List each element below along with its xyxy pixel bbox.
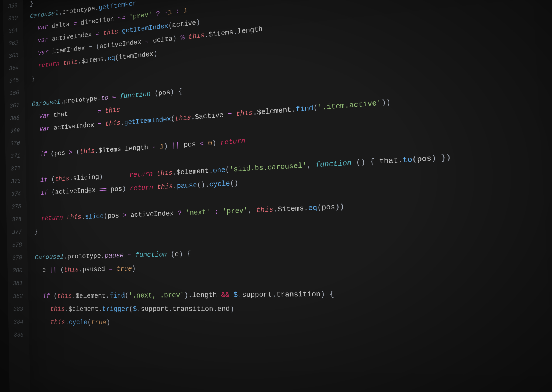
token — [29, 305, 50, 313]
token: : — [172, 7, 184, 16]
token: $element — [257, 106, 292, 117]
token — [28, 266, 42, 274]
token — [25, 101, 32, 109]
token: ) { — [170, 87, 182, 96]
token — [29, 318, 51, 326]
token: . — [118, 27, 122, 36]
token: this — [103, 28, 118, 37]
token — [24, 75, 32, 84]
token: (). — [197, 180, 209, 189]
token — [24, 50, 38, 59]
token: > — [69, 148, 76, 157]
line-number: 364 — [4, 61, 24, 76]
token: , — [306, 161, 316, 170]
token — [26, 176, 40, 185]
line-number: 378 — [7, 238, 27, 252]
token: && — [221, 291, 230, 299]
token: . — [205, 31, 209, 39]
token: = — [97, 107, 105, 116]
token: this — [157, 182, 173, 191]
line-number: 377 — [7, 226, 27, 239]
token: . — [106, 292, 110, 300]
token: . — [172, 169, 177, 177]
token: ( — [168, 22, 172, 30]
token — [153, 170, 157, 178]
token: ) — [132, 265, 136, 273]
token — [26, 189, 41, 197]
token: to — [402, 155, 412, 164]
token: sliding — [73, 173, 99, 182]
token — [184, 33, 189, 41]
token: , — [247, 206, 256, 215]
token: eq — [308, 204, 317, 212]
line-number: 369 — [5, 124, 25, 138]
token: pause — [105, 251, 124, 260]
token: function — [135, 250, 167, 259]
token: ( — [171, 115, 175, 123]
token: if — [41, 189, 48, 197]
token: . — [58, 9, 62, 17]
token: prototype — [67, 252, 101, 261]
token: = — [124, 251, 136, 260]
token: slide — [85, 212, 104, 221]
token: ( — [60, 266, 64, 274]
token: ) { — [179, 250, 191, 258]
token: ( — [125, 292, 129, 300]
token: $element — [68, 305, 99, 313]
token: direction — [81, 15, 118, 27]
token: pos — [54, 149, 69, 158]
token: ) — [212, 139, 220, 147]
token: that — [379, 156, 398, 166]
token: . — [78, 58, 81, 66]
token: . — [65, 318, 69, 326]
line-number: 380 — [8, 264, 28, 277]
token: . — [81, 213, 85, 221]
token: = — [73, 19, 81, 28]
token: '.next, .prev' — [129, 291, 184, 300]
token: = — [98, 120, 105, 128]
token: ). — [184, 291, 192, 299]
token: . — [95, 147, 99, 155]
token: 'slid.bs.carousel' — [229, 161, 307, 174]
token: } — [30, 0, 33, 8]
token: () — [230, 179, 239, 188]
token: this — [80, 147, 95, 156]
token: ? — [152, 9, 164, 18]
code-editor: 3593603613623633643653663673683693703713… — [0, 0, 552, 392]
token: ) — [196, 18, 200, 27]
token: = ( — [88, 43, 100, 52]
token: length — [192, 291, 221, 299]
token: . — [97, 94, 101, 103]
token: return — [41, 214, 63, 222]
token: || — [49, 266, 60, 274]
token: activeIndex — [99, 38, 145, 50]
token: this — [64, 266, 79, 274]
token: . — [253, 108, 257, 117]
token: ( — [412, 155, 417, 164]
token: return — [129, 170, 153, 179]
token: pos — [158, 88, 170, 97]
token: ) { — [320, 290, 334, 299]
token: ( — [47, 150, 54, 158]
token: to — [101, 94, 109, 102]
token: $ — [233, 291, 238, 299]
line-number: 370 — [5, 136, 26, 150]
token: . — [95, 4, 99, 12]
token: cycle — [209, 179, 230, 188]
token: var — [37, 23, 48, 32]
token: '.item.active' — [318, 99, 381, 112]
token: 'prev' — [222, 206, 248, 216]
token: ( — [129, 305, 133, 313]
token: find — [109, 292, 125, 300]
code-area[interactable]: } Carousel.prototype.getItemFor var delt… — [23, 0, 552, 392]
token: var — [39, 112, 50, 120]
editor-plane: 3593603613623633643653663673683693703713… — [3, 0, 552, 392]
token: . — [273, 205, 278, 214]
code-line[interactable]: this.$element.trigger($.support.transiti… — [29, 300, 552, 316]
token: transition — [276, 290, 321, 299]
token: 1 — [168, 8, 172, 17]
code-line[interactable]: this.cycle(true) — [29, 316, 552, 332]
line-number: 376 — [6, 213, 27, 226]
token — [23, 37, 38, 46]
token — [24, 62, 38, 71]
